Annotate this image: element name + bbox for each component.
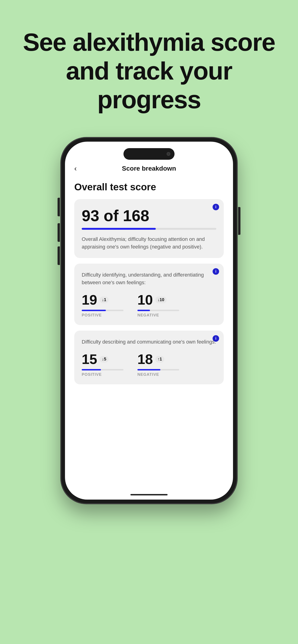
nav-bar: ‹ Score breakdown <box>74 165 224 172</box>
card1-positive-value: 19 <box>82 292 97 308</box>
back-button[interactable]: ‹ <box>74 164 77 173</box>
card1-positive-block: 19 ↓1 POSITIVE <box>82 292 123 318</box>
phone-content: ‹ Score breakdown Overall test score i 9… <box>65 142 233 500</box>
overall-score-card: i 93 of 168 Overall Alexithymia; difficu… <box>74 199 224 258</box>
card1-description: Difficulty identifying, understanding, a… <box>82 271 216 286</box>
card2-negative-change: ↑1 <box>155 356 164 362</box>
card1-positive-progress-fill <box>82 310 106 311</box>
card2-positive-change: ↓5 <box>100 356 109 362</box>
card1-positive-change: ↓1 <box>100 296 109 303</box>
card2-positive-value: 15 <box>82 351 97 367</box>
card2-positive-value-row: 15 ↓5 <box>82 351 123 367</box>
card1-negative-value-row: 10 ↓10 <box>137 292 179 308</box>
phone-mockup: ‹ Score breakdown Overall test score i 9… <box>61 138 237 504</box>
card1-negative-value: 10 <box>137 292 153 308</box>
card2-positive-block: 15 ↓5 POSITIVE <box>82 351 123 377</box>
card2-negative-progress-track <box>137 369 179 370</box>
card1-positive-progress-track <box>82 310 123 311</box>
card2-metrics-row: 15 ↓5 POSITIVE 18 ↑1 <box>82 351 216 377</box>
info-icon-overall[interactable]: i <box>213 204 219 210</box>
card2-positive-progress-track <box>82 369 123 370</box>
overall-progress-fill <box>82 228 156 230</box>
card2-description: Difficulty describing and communicating … <box>82 338 216 346</box>
card1-negative-progress-fill <box>137 310 150 311</box>
card2-negative-progress-fill <box>137 369 160 370</box>
card1-metrics-row: 19 ↓1 POSITIVE 10 ↓10 <box>82 292 216 318</box>
card1-negative-change: ↓10 <box>155 296 167 303</box>
info-icon-card1[interactable]: i <box>213 268 219 275</box>
card2-negative-block: 18 ↑1 NEGATIVE <box>137 351 179 377</box>
dynamic-island <box>123 148 175 160</box>
overall-score-value: 93 of 168 <box>82 206 216 225</box>
card1-negative-block: 10 ↓10 NEGATIVE <box>137 292 179 318</box>
overall-progress-track <box>82 228 216 230</box>
identifying-feelings-card: i Difficulty identifying, understanding,… <box>74 264 224 325</box>
hero-title: See alexithymia score and track your pro… <box>0 0 298 133</box>
home-indicator <box>130 494 168 496</box>
card2-positive-label: POSITIVE <box>82 372 123 377</box>
info-icon-card2[interactable]: i <box>213 335 219 342</box>
card2-positive-progress-fill <box>82 369 101 370</box>
section-title: Overall test score <box>74 182 224 193</box>
nav-title: Score breakdown <box>122 165 176 172</box>
card2-negative-value: 18 <box>137 351 153 367</box>
card1-negative-progress-track <box>137 310 179 311</box>
overall-description: Overall Alexithymia; difficulty focusing… <box>82 235 216 250</box>
card1-negative-label: NEGATIVE <box>137 313 179 318</box>
card1-positive-value-row: 19 ↓1 <box>82 292 123 308</box>
card2-negative-value-row: 18 ↑1 <box>137 351 179 367</box>
dynamic-island-dot <box>167 152 170 156</box>
card2-negative-label: NEGATIVE <box>137 372 179 377</box>
describing-feelings-card: i Difficulty describing and communicatin… <box>74 330 224 384</box>
phone-frame: ‹ Score breakdown Overall test score i 9… <box>61 138 237 504</box>
phone-screen: ‹ Score breakdown Overall test score i 9… <box>65 142 233 500</box>
card1-positive-label: POSITIVE <box>82 313 123 318</box>
